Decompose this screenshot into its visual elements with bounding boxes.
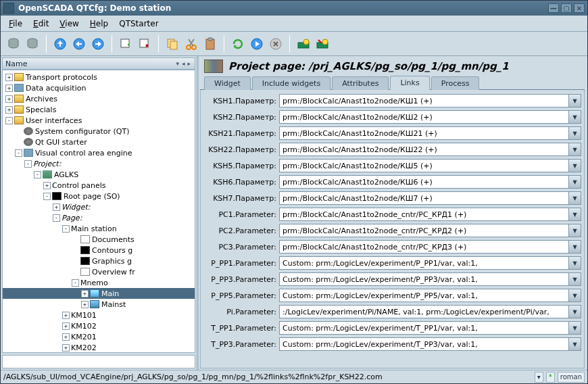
tab-links[interactable]: Links	[390, 76, 429, 90]
tree-item[interactable]: +KM101	[3, 310, 195, 320]
dropdown-icon[interactable]: ▼	[569, 191, 581, 205]
dropdown-icon[interactable]: ▼	[569, 240, 581, 254]
link-value-input[interactable]	[279, 321, 569, 335]
tool-a-icon[interactable]	[295, 35, 312, 53]
dropdown-icon[interactable]: ▼	[569, 126, 581, 140]
dropdown-icon[interactable]: ▼	[569, 224, 581, 237]
refresh-icon[interactable]	[229, 35, 247, 53]
item-add-icon[interactable]	[117, 35, 134, 53]
tree-item[interactable]: -User interfaces	[3, 115, 195, 126]
db-load-icon[interactable]	[5, 35, 22, 53]
tree-item[interactable]: Documents	[3, 234, 195, 245]
dropdown-icon[interactable]: ▼	[569, 159, 581, 172]
expand-icon[interactable]: +	[5, 106, 13, 114]
maximize-button[interactable]: ▢	[561, 3, 572, 13]
tree-item[interactable]: -Main station	[3, 223, 195, 234]
menu-file[interactable]: File	[5, 18, 26, 30]
tool-b-icon[interactable]	[314, 35, 331, 53]
collapse-icon[interactable]: -	[62, 225, 70, 233]
tree-item[interactable]: -Mnemo	[3, 277, 195, 288]
tree-item[interactable]: System configurator (QT)	[3, 126, 195, 137]
tree-item[interactable]: -AGLKS	[3, 169, 195, 180]
link-value-input[interactable]	[279, 305, 569, 318]
dropdown-icon[interactable]: ▼	[569, 256, 581, 270]
menu-qtstarter[interactable]: QTStarter	[115, 18, 162, 30]
tree-item[interactable]: +Archives	[3, 93, 195, 104]
item-del-icon[interactable]	[136, 35, 153, 53]
expand-icon[interactable]: +	[81, 290, 89, 297]
collapse-icon[interactable]: -	[53, 214, 60, 222]
tree-item[interactable]: Contours g	[3, 245, 195, 256]
link-value-input[interactable]	[279, 110, 569, 124]
expand-icon[interactable]: +	[81, 301, 89, 308]
link-value-input[interactable]	[279, 175, 569, 189]
titlebar[interactable]: OpenSCADA QTCfg: Demo station — ▢ ✕	[1, 1, 587, 16]
tab-attributes[interactable]: Attributes	[332, 76, 389, 90]
dropdown-icon[interactable]: ▼	[569, 321, 581, 335]
db-save-icon[interactable]	[24, 35, 41, 53]
tree-item[interactable]: -Root page (SO)	[3, 191, 195, 201]
link-value-input[interactable]	[279, 208, 569, 221]
tree-item[interactable]: -Page:	[3, 212, 195, 223]
cut-icon[interactable]	[182, 35, 200, 53]
tree-item[interactable]: +Widget:	[3, 201, 195, 212]
link-value-input[interactable]	[279, 224, 569, 237]
tab-widget[interactable]: Widget	[204, 76, 251, 90]
dropdown-icon[interactable]: ▼	[569, 337, 581, 351]
menu-view[interactable]: View	[55, 18, 82, 30]
close-button[interactable]: ✕	[574, 3, 585, 13]
nav-forward-icon[interactable]	[89, 35, 107, 53]
minimize-button[interactable]: —	[548, 3, 559, 13]
run-icon[interactable]	[248, 35, 266, 53]
dropdown-icon[interactable]: ▼	[569, 110, 581, 124]
tree-header-scroll-left-icon[interactable]: ◂	[180, 60, 187, 67]
expand-icon[interactable]: +	[5, 74, 13, 81]
tree-item[interactable]: -Visual control area engine	[3, 147, 195, 158]
tree-item[interactable]: +Data acquisition	[3, 82, 195, 93]
link-value-input[interactable]	[279, 94, 569, 107]
tree-item[interactable]: -Project:	[3, 158, 195, 169]
collapse-icon[interactable]: -	[43, 193, 51, 200]
link-value-input[interactable]	[279, 289, 569, 302]
collapse-icon[interactable]: -	[72, 279, 79, 287]
collapse-icon[interactable]: -	[24, 160, 32, 168]
tree-header-sort-icon[interactable]: ▾	[174, 60, 180, 67]
tree-item[interactable]: Qt GUI starter	[3, 137, 195, 147]
tree-item[interactable]: +Mainst	[3, 299, 195, 310]
expand-icon[interactable]: +	[62, 312, 70, 319]
link-value-input[interactable]	[279, 337, 569, 351]
tab-include-widgets[interactable]: Include widgets	[252, 76, 330, 90]
expand-icon[interactable]: +	[5, 85, 13, 92]
expand-icon[interactable]: +	[43, 182, 51, 189]
link-value-input[interactable]	[279, 256, 569, 270]
tree-item[interactable]: Overview fr	[3, 266, 195, 277]
link-value-input[interactable]	[279, 126, 569, 140]
tree-item[interactable]: +KM201	[3, 331, 195, 342]
expand-icon[interactable]: +	[62, 322, 70, 330]
nav-back-icon[interactable]	[70, 35, 88, 53]
menu-edit[interactable]: Edit	[29, 18, 53, 30]
tree-header[interactable]: Name ▾ ◂ ▸	[2, 57, 195, 70]
link-value-input[interactable]	[279, 143, 569, 156]
collapse-icon[interactable]: -	[5, 117, 13, 124]
menu-help[interactable]: Help	[86, 18, 112, 30]
expand-icon[interactable]: +	[5, 95, 13, 103]
expand-icon[interactable]: +	[53, 203, 60, 211]
status-dropdown[interactable]: ▾	[535, 372, 543, 383]
link-value-input[interactable]	[279, 191, 569, 205]
expand-icon[interactable]: +	[62, 344, 70, 352]
link-value-input[interactable]	[279, 272, 569, 286]
dropdown-icon[interactable]: ▼	[569, 175, 581, 189]
stop-icon[interactable]	[267, 35, 285, 53]
dropdown-icon[interactable]: ▼	[569, 305, 581, 318]
tree-item[interactable]: +Control panels	[3, 180, 195, 191]
dropdown-icon[interactable]: ▼	[569, 94, 581, 107]
dropdown-icon[interactable]: ▼	[569, 289, 581, 302]
status-user[interactable]: roman	[558, 372, 585, 383]
links-form[interactable]: KSH1.Параметр:▼KSH2.Параметр:▼KSH21.Пара…	[200, 90, 585, 368]
tree-item[interactable]: +KM202	[3, 342, 195, 353]
dropdown-icon[interactable]: ▼	[569, 143, 581, 156]
link-value-input[interactable]	[279, 240, 569, 254]
collapse-icon[interactable]: -	[34, 171, 41, 178]
copy-icon[interactable]	[164, 35, 181, 53]
